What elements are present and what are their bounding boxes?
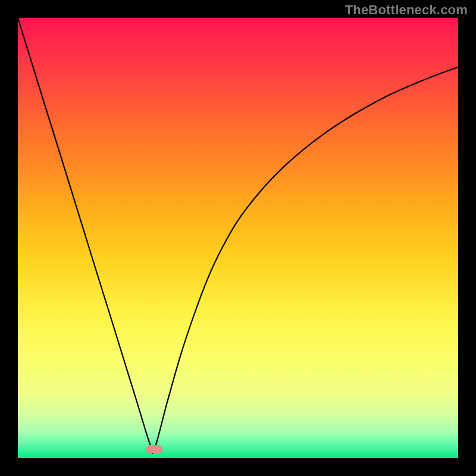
chart-frame: TheBottleneck.com [0,0,476,476]
curve-svg [18,18,458,458]
plot-area [18,18,458,458]
minimum-marker [146,445,162,453]
watermark-label: TheBottleneck.com [345,2,468,18]
bottleneck-curve [18,18,458,453]
